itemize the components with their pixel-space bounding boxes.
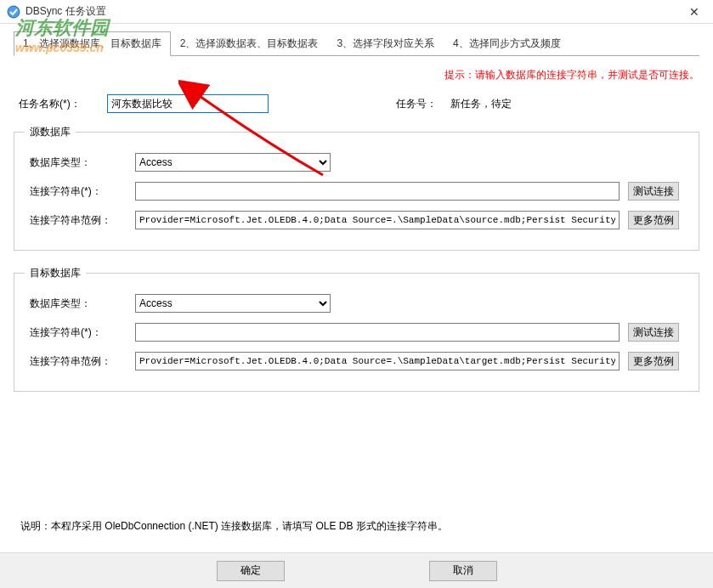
ok-button[interactable]: 确定: [217, 561, 285, 581]
tabs-bar: 1、选择源数据库、目标数据库 2、选择源数据表、目标数据表 3、选择字段对应关系…: [14, 31, 699, 56]
tab-step2[interactable]: 2、选择源数据表、目标数据表: [171, 31, 328, 56]
tab-step4[interactable]: 4、选择同步方式及频度: [444, 31, 570, 56]
source-db-fieldset: 源数据库 数据库类型： Access 连接字符串(*)： 测试连接 连接字符串范…: [14, 125, 699, 251]
target-db-fieldset: 目标数据库 数据库类型： Access 连接字符串(*)： 测试连接 连接字符串…: [14, 266, 699, 392]
source-more-button[interactable]: 更多范例: [628, 211, 679, 229]
window-title: DBSync 任务设置: [25, 4, 106, 19]
target-conn-input[interactable]: [135, 323, 620, 342]
target-db-legend: 目标数据库: [25, 266, 86, 280]
target-example-label: 连接字符串范例：: [25, 354, 135, 369]
target-type-select[interactable]: Access: [135, 294, 331, 313]
target-test-button[interactable]: 测试连接: [628, 323, 679, 342]
svg-point-0: [8, 6, 20, 18]
task-name-label: 任务名称(*)：: [14, 97, 107, 111]
footer: 确定 取消: [0, 552, 713, 588]
source-example-label: 连接字符串范例：: [25, 213, 135, 228]
task-num-label: 任务号：: [396, 97, 437, 111]
source-db-legend: 源数据库: [25, 125, 76, 139]
source-type-select[interactable]: Access: [135, 153, 331, 172]
target-more-button[interactable]: 更多范例: [628, 352, 679, 370]
target-type-label: 数据库类型：: [25, 297, 135, 311]
task-name-input[interactable]: [107, 94, 269, 113]
target-example-input[interactable]: [135, 352, 620, 370]
app-icon: [7, 5, 20, 19]
hint-text: 提示：请输入数据库的连接字符串，并测试是否可连接。: [14, 68, 699, 82]
cancel-button[interactable]: 取消: [429, 561, 497, 581]
note-text: 说明：本程序采用 OleDbConnection (.NET) 连接数据库，请填…: [20, 519, 448, 534]
source-example-input[interactable]: [135, 211, 620, 229]
titlebar: DBSync 任务设置 ✕: [0, 0, 713, 24]
source-type-label: 数据库类型：: [25, 155, 135, 170]
task-row: 任务名称(*)： 任务号： 新任务，待定: [14, 94, 699, 113]
tab-step3[interactable]: 3、选择字段对应关系: [327, 31, 444, 56]
close-button[interactable]: ✕: [675, 0, 713, 24]
source-test-button[interactable]: 测试连接: [628, 182, 679, 201]
target-conn-label: 连接字符串(*)：: [25, 325, 135, 340]
source-conn-input[interactable]: [135, 182, 620, 201]
tab-step1[interactable]: 1、选择源数据库、目标数据库: [14, 31, 171, 56]
task-num-value: 新任务，待定: [450, 97, 512, 111]
source-conn-label: 连接字符串(*)：: [25, 184, 135, 199]
